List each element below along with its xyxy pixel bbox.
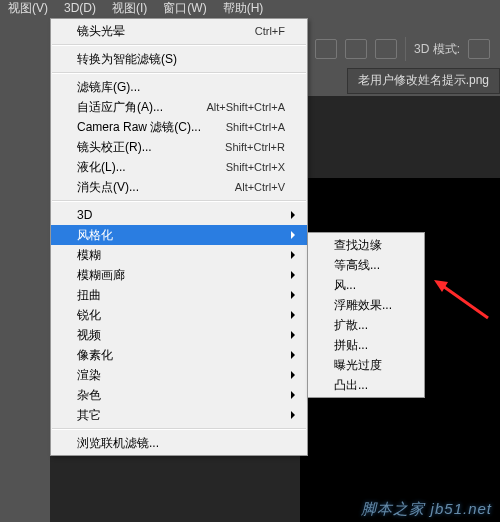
menu-item-3d[interactable]: 3D [51, 205, 307, 225]
menu-item-sharpen[interactable]: 锐化 [51, 305, 307, 325]
menu-item-render[interactable]: 渲染 [51, 365, 307, 385]
menu-separator [52, 428, 306, 430]
stylize-submenu: 查找边缘 等高线... 风... 浮雕效果... 扩散... 拼贴... 曝光过… [307, 232, 425, 398]
menu-item-blur-gallery[interactable]: 模糊画廊 [51, 265, 307, 285]
tool-icon[interactable] [315, 39, 337, 59]
menu-item-adaptive-wide-angle[interactable]: 自适应广角(A)...Alt+Shift+Ctrl+A [51, 97, 307, 117]
mode-icon[interactable] [468, 39, 490, 59]
options-bar: 3D 模式: [305, 32, 500, 66]
submenu-item-solarize[interactable]: 曝光过度 [308, 355, 424, 375]
menu-item-liquify[interactable]: 液化(L)...Shift+Ctrl+X [51, 157, 307, 177]
menu-item-browse-online[interactable]: 浏览联机滤镜... [51, 433, 307, 453]
document-tabs: 老用户修改姓名提示.png [347, 68, 500, 94]
menu-separator [52, 200, 306, 202]
menu-separator [52, 72, 306, 74]
menu-item-camera-raw[interactable]: Camera Raw 滤镜(C)...Shift+Ctrl+A [51, 117, 307, 137]
menu-item-stylize[interactable]: 风格化 [51, 225, 307, 245]
watermark: 脚本之家 jb51.net [361, 501, 492, 516]
mode-label: 3D 模式: [414, 43, 460, 55]
filter-menu: 镜头光晕Ctrl+F 转换为智能滤镜(S) 滤镜库(G)... 自适应广角(A)… [50, 18, 308, 456]
menubar-item[interactable]: 视图(V) [0, 0, 56, 18]
menubar-item[interactable]: 视图(I) [104, 0, 155, 18]
menu-item-filter-gallery[interactable]: 滤镜库(G)... [51, 77, 307, 97]
menubar-item[interactable]: 3D(D) [56, 0, 104, 18]
menu-item-blur[interactable]: 模糊 [51, 245, 307, 265]
submenu-item-find-edges[interactable]: 查找边缘 [308, 235, 424, 255]
tool-icon[interactable] [375, 39, 397, 59]
menu-separator [52, 44, 306, 46]
submenu-item-tiles[interactable]: 拼贴... [308, 335, 424, 355]
menu-item-noise[interactable]: 杂色 [51, 385, 307, 405]
menu-item-last-filter[interactable]: 镜头光晕Ctrl+F [51, 21, 307, 41]
menu-item-vanishing-point[interactable]: 消失点(V)...Alt+Ctrl+V [51, 177, 307, 197]
app-menubar: 视图(V) 3D(D) 视图(I) 窗口(W) 帮助(H) [0, 0, 500, 18]
menu-item-lens-correction[interactable]: 镜头校正(R)...Shift+Ctrl+R [51, 137, 307, 157]
submenu-item-extrude[interactable]: 凸出... [308, 375, 424, 395]
submenu-item-diffuse[interactable]: 扩散... [308, 315, 424, 335]
menu-item-video[interactable]: 视频 [51, 325, 307, 345]
menubar-item[interactable]: 窗口(W) [155, 0, 214, 18]
menu-item-pixelate[interactable]: 像素化 [51, 345, 307, 365]
menu-item-distort[interactable]: 扭曲 [51, 285, 307, 305]
submenu-item-emboss[interactable]: 浮雕效果... [308, 295, 424, 315]
submenu-item-wind[interactable]: 风... [308, 275, 424, 295]
submenu-item-trace-contour[interactable]: 等高线... [308, 255, 424, 275]
separator [405, 37, 406, 61]
document-tab[interactable]: 老用户修改姓名提示.png [347, 68, 500, 94]
menu-item-other[interactable]: 其它 [51, 405, 307, 425]
tool-icon[interactable] [345, 39, 367, 59]
menubar-item[interactable]: 帮助(H) [215, 0, 272, 18]
menu-item-smart-filter[interactable]: 转换为智能滤镜(S) [51, 49, 307, 69]
